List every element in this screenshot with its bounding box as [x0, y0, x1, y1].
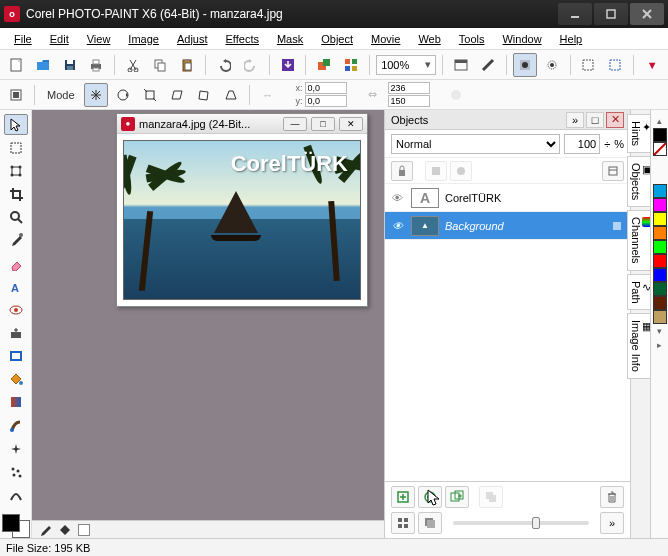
eraser-tool[interactable] — [4, 253, 28, 274]
panel-close-button[interactable]: ✕ — [606, 112, 624, 128]
paint-swatch[interactable] — [78, 524, 90, 536]
mode-normal-button[interactable] — [84, 83, 108, 107]
mask-transform-tool[interactable] — [4, 160, 28, 181]
collapse-button[interactable]: » — [566, 112, 584, 128]
visibility-toggle[interactable]: 👁 — [389, 218, 405, 234]
open-button[interactable] — [31, 53, 55, 77]
print-button[interactable] — [85, 53, 109, 77]
app-switch-button[interactable] — [339, 53, 363, 77]
doc-minimize-button[interactable]: — — [283, 117, 307, 131]
close-button[interactable] — [630, 3, 664, 25]
palette-down-icon[interactable]: ▾ — [657, 324, 662, 338]
new-group-button[interactable] — [445, 486, 469, 508]
mode-skew-button[interactable] — [165, 83, 189, 107]
visibility-toggle[interactable]: 👁 — [389, 190, 405, 206]
palette-swatch[interactable] — [653, 254, 667, 268]
zoom-tool[interactable] — [4, 207, 28, 228]
new-lens-button[interactable] — [418, 486, 442, 508]
clip-to-parent-button[interactable] — [425, 161, 447, 181]
paste-button[interactable] — [175, 53, 199, 77]
menu-view[interactable]: View — [79, 31, 119, 47]
object-row[interactable]: 👁 ▲ Background — [385, 212, 630, 240]
thumbnail-slider[interactable] — [453, 521, 589, 525]
lock-icon[interactable] — [612, 221, 626, 231]
panel-options-button[interactable] — [602, 161, 624, 181]
object-marquee-button[interactable] — [603, 53, 627, 77]
object-name[interactable]: Background — [445, 220, 606, 232]
color-swatches[interactable] — [2, 514, 30, 538]
palette-swatch[interactable] — [653, 282, 667, 296]
delete-object-button[interactable] — [600, 486, 624, 508]
redeye-tool[interactable] — [4, 299, 28, 320]
document-image[interactable]: CorelTÜRK — [123, 140, 361, 300]
mode-rotate-button[interactable] — [111, 83, 135, 107]
import-button[interactable] — [276, 53, 300, 77]
copy-button[interactable] — [148, 53, 172, 77]
objects-header[interactable]: Objects » □ ✕ — [385, 110, 630, 130]
palette-swatch[interactable] — [653, 268, 667, 282]
object-name[interactable]: CorelTÜRK — [445, 192, 606, 204]
opacity-stepper[interactable]: ÷ — [604, 138, 610, 150]
opacity-input[interactable] — [564, 134, 600, 154]
mask-mode-button[interactable] — [4, 83, 28, 107]
eyedropper-tool[interactable] — [4, 230, 28, 251]
menu-object[interactable]: Object — [313, 31, 361, 47]
expand-options-button[interactable]: » — [600, 512, 624, 534]
new-object-button[interactable] — [391, 486, 415, 508]
clip-mask-button[interactable] — [577, 53, 601, 77]
palette-swatch[interactable] — [653, 142, 667, 156]
blend-mode-select[interactable]: Normal — [391, 134, 560, 154]
lock-transparency-button[interactable] — [391, 161, 413, 181]
palette-swatch[interactable] — [653, 296, 667, 310]
palette-swatch[interactable] — [653, 212, 667, 226]
pos-y-input[interactable] — [305, 95, 347, 107]
menu-movie[interactable]: Movie — [363, 31, 408, 47]
palette-swatch[interactable] — [653, 226, 667, 240]
size-w-input[interactable] — [388, 82, 430, 94]
palette-swatch[interactable] — [653, 184, 667, 198]
undock-button[interactable]: □ — [586, 112, 604, 128]
minimize-button[interactable] — [558, 3, 592, 25]
document-titlebar[interactable]: ● manzara4.jpg (24-Bit... — □ ✕ — [117, 114, 367, 134]
path-tool[interactable] — [4, 485, 28, 506]
menu-edit[interactable]: Edit — [42, 31, 77, 47]
doc-maximize-button[interactable]: □ — [311, 117, 335, 131]
rectangle-tool[interactable] — [4, 346, 28, 367]
launch-button[interactable] — [312, 53, 336, 77]
fullscreen-button[interactable] — [449, 53, 473, 77]
fill-tool[interactable] — [4, 369, 28, 390]
mask-rect-tool[interactable] — [4, 137, 28, 158]
palette-swatch[interactable] — [653, 198, 667, 212]
options-button[interactable]: ▼ — [640, 53, 664, 77]
menu-effects[interactable]: Effects — [218, 31, 267, 47]
pos-x-input[interactable] — [305, 82, 347, 94]
create-clip-mask-button[interactable] — [450, 161, 472, 181]
save-button[interactable] — [58, 53, 82, 77]
document-window[interactable]: ● manzara4.jpg (24-Bit... — □ ✕ — [116, 113, 368, 307]
clone-tool[interactable] — [4, 322, 28, 343]
menu-adjust[interactable]: Adjust — [169, 31, 216, 47]
menu-image[interactable]: Image — [120, 31, 167, 47]
mask-overlay-button[interactable] — [513, 53, 537, 77]
new-button[interactable] — [4, 53, 28, 77]
mode-perspective-button[interactable] — [219, 83, 243, 107]
crop-tool[interactable] — [4, 183, 28, 204]
image-sprayer-tool[interactable] — [4, 461, 28, 482]
zoom-input[interactable] — [377, 56, 421, 74]
menu-tools[interactable]: Tools — [451, 31, 493, 47]
menu-mask[interactable]: Mask — [269, 31, 311, 47]
palette-up-icon[interactable]: ▴ — [657, 114, 662, 128]
mode-distort-button[interactable] — [192, 83, 216, 107]
menu-web[interactable]: Web — [410, 31, 448, 47]
fg-color-swatch[interactable] — [2, 514, 20, 532]
mask-marquee-button[interactable] — [540, 53, 564, 77]
menu-window[interactable]: Window — [494, 31, 549, 47]
size-h-input[interactable] — [388, 95, 430, 107]
menu-help[interactable]: Help — [552, 31, 591, 47]
maximize-button[interactable] — [594, 3, 628, 25]
doc-close-button[interactable]: ✕ — [339, 117, 363, 131]
cut-button[interactable] — [121, 53, 145, 77]
show-rulers-button[interactable] — [476, 53, 500, 77]
text-tool[interactable]: A — [4, 276, 28, 297]
palette-flyout-icon[interactable]: ▸ — [657, 338, 662, 352]
